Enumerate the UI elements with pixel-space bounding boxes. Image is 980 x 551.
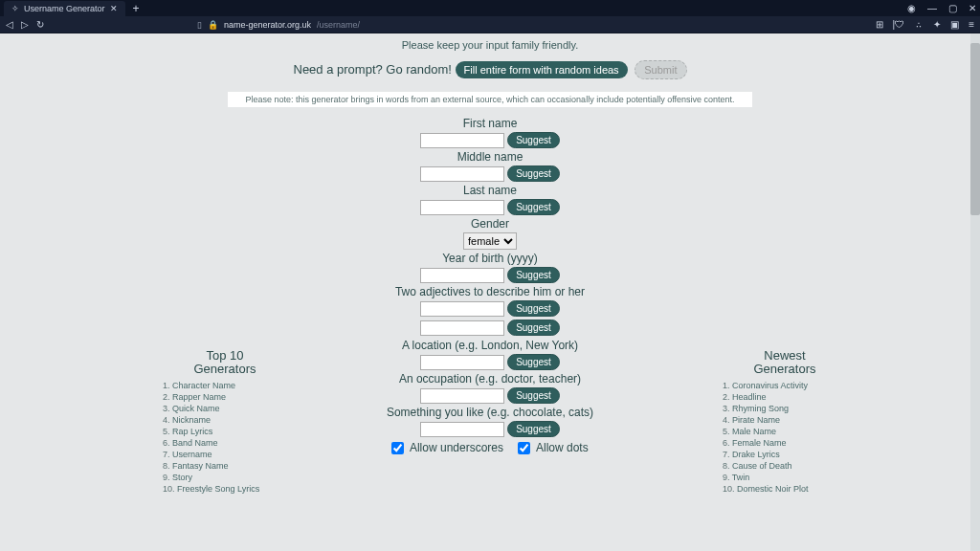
suggest-adjective1-button[interactable]: Suggest [507,300,560,317]
adjective1-input[interactable] [420,301,504,317]
site-icon: ✧ [11,4,19,13]
maximize-icon[interactable]: ▢ [948,3,957,13]
top10-item-10[interactable]: 10. Freestyle Song Lyrics [163,484,287,494]
adjectives-label: Two adjectives to describe him or her [0,285,980,298]
location-input[interactable] [420,355,504,370]
adjective2-input[interactable] [420,320,504,336]
url-domain: name-generator.org.uk [224,20,311,30]
allow-dots-checkbox[interactable] [518,442,530,454]
occupation-input[interactable] [420,388,504,404]
middle-name-input[interactable] [420,166,504,182]
newest-item-8[interactable]: 8. Cause of Death [723,461,847,471]
newest-title: NewestGenerators [723,349,847,377]
suggest-location-button[interactable]: Suggest [507,354,560,370]
newest-item-4[interactable]: 4. Pirate Name [723,415,847,425]
suggest-yob-button[interactable]: Suggest [507,267,560,283]
newest-item-5[interactable]: 5. Male Name [723,427,847,436]
forward-icon[interactable]: ▷ [21,19,29,30]
last-name-input[interactable] [420,200,504,215]
wallet-icon[interactable]: ▣ [950,19,959,30]
family-friendly-note: Please keep your input family friendly. [0,39,980,51]
suggest-adjective2-button[interactable]: Suggest [507,320,560,336]
middle-name-label: Middle name [0,150,980,164]
top10-item-7[interactable]: 7. Username [163,450,287,459]
newest-item-3[interactable]: 3. Rhyming Song [723,404,847,413]
reload-icon[interactable]: ↻ [36,19,44,30]
close-tab-icon[interactable]: ✕ [110,4,118,13]
back-icon[interactable]: ◁ [6,19,13,30]
yob-input[interactable] [420,268,504,283]
top10-item-6[interactable]: 6. Band Name [163,438,287,448]
allow-dots-label[interactable]: Allow dots [518,441,588,454]
first-name-input[interactable] [420,133,504,148]
disclaimer-note: Please note: this generator brings in wo… [228,92,751,107]
top10-title: Top 10Generators [163,349,287,377]
fill-random-button[interactable]: Fill entire form with random ideas [456,61,628,78]
suggest-middle-name-button[interactable]: Suggest [507,165,560,182]
top10-item-3[interactable]: 3. Quick Name [163,404,287,413]
submit-top-button[interactable]: Submit [635,60,686,79]
top10-sidebar: Top 10Generators 1. Character Name2. Rap… [163,349,287,496]
suggest-occupation-button[interactable]: Suggest [507,387,560,404]
allow-underscores-checkbox[interactable] [391,442,404,454]
suggest-first-name-button[interactable]: Suggest [507,132,560,148]
top10-item-1[interactable]: 1. Character Name [163,381,287,390]
newest-item-6[interactable]: 6. Female Name [723,438,847,448]
gender-label: Gender [0,217,980,231]
close-window-icon[interactable]: ✕ [969,3,976,13]
tor-icon[interactable]: ⛬ [914,19,924,30]
vertical-scrollbar[interactable] [970,33,980,551]
first-name-label: First name [0,117,980,130]
newest-item-7[interactable]: 7. Drake Lyrics [723,450,847,459]
address-bar[interactable]: ▯ 🔒 name-generator.org.uk/username/ [197,20,723,30]
prompt-row: Need a prompt? Go random! Fill entire fo… [0,60,980,79]
top10-list: 1. Character Name2. Rapper Name3. Quick … [163,381,287,494]
scroll-thumb[interactable] [970,43,980,215]
newest-item-2[interactable]: 2. Headline [723,392,847,402]
bookmark-icon[interactable]: ▯ [197,20,202,30]
browser-tab[interactable]: ✧ Username Generator ✕ [4,1,125,16]
gender-select[interactable]: female [463,232,517,250]
top10-item-2[interactable]: 2. Rapper Name [163,392,287,402]
yob-label: Year of birth (yyyy) [0,252,980,265]
suggest-like-button[interactable]: Suggest [507,421,560,437]
shield-icon[interactable]: |🛡 [893,19,905,30]
profile-icon[interactable]: ◉ [907,3,916,13]
top10-item-9[interactable]: 9. Story [163,473,287,482]
newest-item-9[interactable]: 9. Twin [723,473,847,482]
qr-icon[interactable]: ⊞ [876,19,883,30]
newest-list: 1. Coronavirus Activity2. Headline3. Rhy… [723,381,847,494]
top10-item-4[interactable]: 4. Nickname [163,415,287,425]
last-name-label: Last name [0,184,980,197]
menu-icon[interactable]: ≡ [969,19,974,30]
newest-sidebar: NewestGenerators 1. Coronavirus Activity… [723,349,847,496]
allow-underscores-label[interactable]: Allow underscores [391,441,506,454]
prompt-text: Need a prompt? Go random! [294,62,452,77]
extensions-icon[interactable]: ✦ [933,19,941,30]
url-path: /username/ [317,20,360,30]
top10-item-8[interactable]: 8. Fantasy Name [163,461,287,471]
lock-icon: 🔒 [208,20,218,30]
newest-item-10[interactable]: 10. Domestic Noir Plot [723,484,847,494]
suggest-last-name-button[interactable]: Suggest [507,199,560,215]
newest-item-1[interactable]: 1. Coronavirus Activity [723,381,847,390]
like-input[interactable] [420,422,504,437]
new-tab-button[interactable]: + [129,2,144,15]
tab-title: Username Generator [24,4,105,13]
top10-item-5[interactable]: 5. Rap Lyrics [163,427,287,436]
minimize-icon[interactable]: — [927,3,937,13]
